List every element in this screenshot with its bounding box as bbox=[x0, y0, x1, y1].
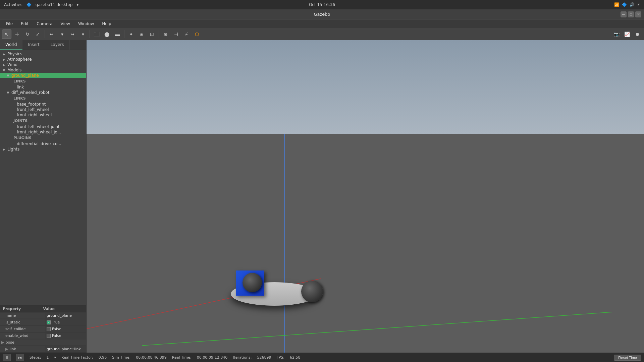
sim-time-value: 00:00:08:46.899 bbox=[136, 355, 167, 360]
tree-area[interactable]: ▶ Physics ▶ Atmosphere ▶ Wind ▼ Models bbox=[0, 50, 86, 305]
step-button[interactable]: ⏭ bbox=[16, 354, 24, 361]
record-button[interactable]: ⏺ bbox=[633, 29, 642, 39]
undo-dropdown-button[interactable]: ▾ bbox=[57, 29, 67, 39]
activities-label[interactable]: Activities bbox=[4, 2, 22, 7]
pose-expand-icon: ▶ bbox=[1, 340, 4, 345]
tree-item-models[interactable]: ▼ Models bbox=[0, 67, 86, 73]
system-bar: Activities 🔷 gazebo11.desktop ▾ Oct 15 1… bbox=[0, 0, 644, 9]
tree-item-wind[interactable]: ▶ Wind bbox=[0, 62, 86, 67]
tree-item-ground-plane[interactable]: ▼ ground_plane bbox=[0, 73, 86, 78]
front-right-wheel-label: front_right_wheel bbox=[16, 113, 52, 117]
diff-robot-label: diff_wheeled_robot bbox=[11, 90, 49, 95]
snap-button[interactable]: ⊡ bbox=[147, 29, 157, 39]
wind-label: Wind bbox=[7, 62, 17, 67]
tree-item-lights[interactable]: ▶ Lights bbox=[0, 146, 86, 152]
prop-row-enable-wind[interactable]: enable_wind False bbox=[0, 333, 86, 339]
robot-model bbox=[231, 279, 318, 306]
prop-row-is-static[interactable]: is_static ✓ True bbox=[0, 319, 86, 326]
rotate-tool-button[interactable]: ↻ bbox=[23, 29, 32, 39]
select-tool-button[interactable]: ↖ bbox=[2, 29, 11, 39]
tree-item-link1[interactable]: link bbox=[0, 84, 86, 90]
menu-view[interactable]: View bbox=[57, 21, 73, 27]
prop-row-name[interactable]: name ground_plane bbox=[0, 312, 86, 319]
links1-label: LINKS bbox=[12, 78, 27, 84]
models-label: Models bbox=[7, 68, 21, 72]
plot-button[interactable]: 📈 bbox=[622, 29, 632, 39]
prop-row-pose[interactable]: ▶ pose bbox=[0, 339, 86, 346]
prop-row-self-collide[interactable]: self_collide False bbox=[0, 326, 86, 333]
maximize-button[interactable]: □ bbox=[628, 11, 634, 17]
grid-button[interactable]: ⊞ bbox=[137, 29, 146, 39]
real-time-value: 00:00:09:12.840 bbox=[197, 355, 228, 360]
undo-button[interactable]: ↩ bbox=[47, 29, 56, 39]
prop-key-enable-wind: enable_wind bbox=[0, 333, 45, 339]
joints-label: JOINTS bbox=[12, 118, 29, 124]
app-name[interactable]: gazebo11.desktop bbox=[36, 2, 73, 7]
window-title: Gazebo bbox=[314, 12, 330, 17]
plugins-label: PLUGINS bbox=[12, 135, 33, 141]
is-static-checkbox[interactable]: ✓ bbox=[47, 320, 51, 324]
steps-dropdown[interactable]: ▾ bbox=[54, 355, 56, 360]
tab-insert[interactable]: Insert bbox=[22, 40, 45, 50]
models-arrow-icon: ▼ bbox=[3, 68, 7, 72]
system-bar-left: Activities 🔷 gazebo11.desktop ▾ bbox=[4, 2, 78, 7]
material-button[interactable]: ⬡ bbox=[192, 29, 202, 39]
front-left-wheel-label: front_left_wheel bbox=[16, 107, 49, 112]
tree-item-atmosphere[interactable]: ▶ Atmosphere bbox=[0, 57, 86, 62]
self-collide-checkbox[interactable] bbox=[47, 327, 51, 331]
tree-item-front-left-wheel[interactable]: front_left_wheel bbox=[0, 107, 86, 112]
tree-item-diff-robot[interactable]: ▼ diff_wheeled_robot bbox=[0, 90, 86, 95]
robot-body bbox=[231, 279, 318, 306]
screenshot-button[interactable]: 📷 bbox=[612, 29, 621, 39]
axis-svg-green bbox=[142, 252, 644, 353]
redo-dropdown-button[interactable]: ▾ bbox=[78, 29, 88, 39]
separator-4 bbox=[159, 30, 159, 38]
menu-file[interactable]: File bbox=[3, 21, 16, 27]
prop-row-link[interactable]: ▶ link ground_plane::link bbox=[0, 346, 86, 353]
insert-sphere-button[interactable]: ⬤ bbox=[102, 29, 112, 39]
tree-item-base-footprint[interactable]: base_footprint bbox=[0, 102, 86, 107]
prop-header-property: Property bbox=[3, 307, 43, 311]
diff-robot-arrow-icon: ▼ bbox=[7, 91, 11, 95]
scale-tool-button[interactable]: ⤢ bbox=[33, 29, 43, 39]
enable-wind-checkbox[interactable] bbox=[47, 334, 51, 338]
minimize-button[interactable]: ─ bbox=[621, 11, 627, 17]
prop-expand-pose[interactable]: ▶ pose bbox=[0, 340, 86, 345]
menu-window[interactable]: Window bbox=[75, 21, 97, 27]
bluetooth-icon: 🔷 bbox=[622, 2, 627, 7]
translate-tool-button[interactable]: ✛ bbox=[12, 29, 22, 39]
menu-edit[interactable]: Edit bbox=[17, 21, 32, 27]
pause-button[interactable]: ⏸ bbox=[3, 354, 11, 361]
tree-item-physics[interactable]: ▶ Physics bbox=[0, 51, 86, 57]
insert-cylinder-button[interactable]: ▬ bbox=[113, 29, 122, 39]
viewport-ground bbox=[87, 134, 644, 353]
viewport[interactable] bbox=[87, 40, 644, 353]
menu-bar: File Edit Camera View Window Help bbox=[0, 19, 644, 28]
base-footprint-label: base_footprint bbox=[16, 102, 46, 107]
align-button[interactable]: ⊣ bbox=[171, 29, 181, 39]
tree-item-diff-drive[interactable]: differential_drive_co... bbox=[0, 141, 86, 146]
close-button[interactable]: ✕ bbox=[635, 11, 641, 17]
tree-item-fl-wheel-joint[interactable]: front_left_wheel_joint bbox=[0, 124, 86, 129]
reset-time-button[interactable]: Reset Time bbox=[614, 355, 641, 361]
app-dropdown-icon[interactable]: ▾ bbox=[76, 2, 78, 7]
axis-container-red bbox=[87, 279, 644, 279]
insert-box-button[interactable]: ⬛ bbox=[92, 29, 101, 39]
menu-help[interactable]: Help bbox=[99, 21, 114, 27]
prop-header-value: Value bbox=[43, 307, 84, 311]
light-button[interactable]: ✦ bbox=[126, 29, 136, 39]
snap-to-grid-button[interactable]: ⊬ bbox=[182, 29, 191, 39]
status-bar: ⏸ ⏭ Steps: 1 ▾ Real Time Factor: 0.96 Si… bbox=[0, 353, 644, 362]
window-chrome: Gazebo ─ □ ✕ bbox=[0, 9, 644, 19]
tab-world[interactable]: World bbox=[0, 40, 22, 50]
ground-plane-label: ground_plane bbox=[11, 73, 39, 78]
tree-item-front-right-wheel[interactable]: front_right_wheel bbox=[0, 112, 86, 118]
lights-label: Lights bbox=[7, 147, 19, 152]
robot-wheel-right bbox=[301, 281, 323, 302]
redo-button[interactable]: ↪ bbox=[68, 29, 77, 39]
tree-item-fr-wheel-joint[interactable]: front_right_wheel_jo... bbox=[0, 129, 86, 135]
menu-camera[interactable]: Camera bbox=[33, 21, 56, 27]
tab-layers[interactable]: Layers bbox=[45, 40, 70, 50]
origin-button[interactable]: ⊕ bbox=[161, 29, 170, 39]
system-bar-center: Oct 15 16:36 bbox=[309, 2, 335, 7]
